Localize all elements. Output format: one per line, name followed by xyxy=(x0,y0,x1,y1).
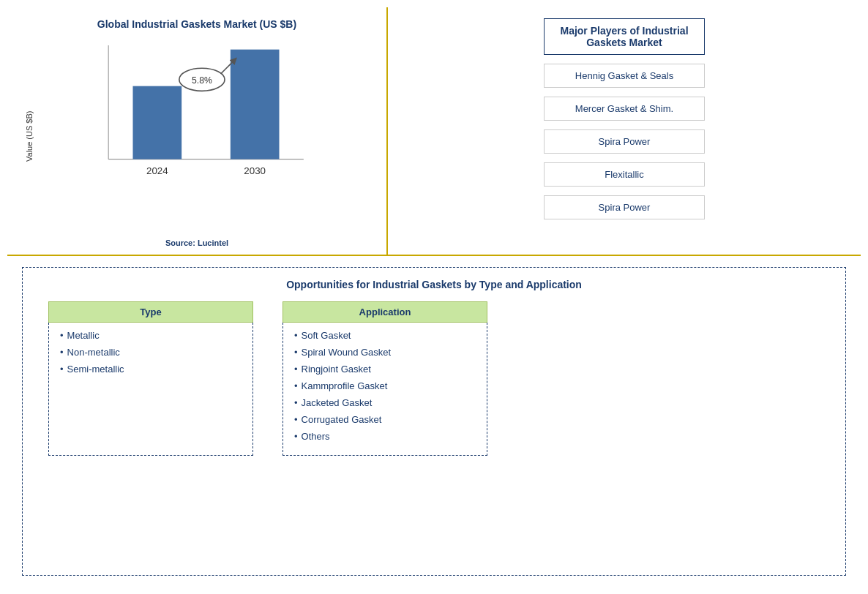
bar-2024 xyxy=(133,86,182,159)
app-item-6: • Others xyxy=(294,431,476,442)
opportunities-container: Opportunities for Industrial Gaskets by … xyxy=(22,267,846,576)
application-column-body: • Soft Gasket • Spiral Wound Gasket • Ri… xyxy=(283,323,487,456)
bullet: • xyxy=(294,431,298,442)
bullet: • xyxy=(294,347,298,358)
chart-area: Global Industrial Gaskets Market (US $B)… xyxy=(7,7,388,255)
opportunities-content: Type • Metallic • Non-metallic • Semi-me xyxy=(34,301,834,456)
bullet: • xyxy=(294,397,298,408)
app-item-2: • Ringjoint Gasket xyxy=(294,364,476,375)
svg-text:5.8%: 5.8% xyxy=(192,75,212,86)
bottom-section: Opportunities for Industrial Gaskets by … xyxy=(7,256,861,587)
chart-wrapper: Value (US $B) 2024 2030 xyxy=(22,37,372,235)
application-column: Application • Soft Gasket • Spiral Wound… xyxy=(283,301,487,456)
y-axis-label: Value (US $B) xyxy=(22,37,37,235)
svg-text:2024: 2024 xyxy=(146,165,168,176)
player-box-1: Mercer Gasket & Shim. xyxy=(544,97,705,121)
svg-text:2030: 2030 xyxy=(244,165,266,176)
type-column-body: • Metallic • Non-metallic • Semi-metalli… xyxy=(48,323,253,456)
bullet: • xyxy=(294,380,298,391)
application-column-header: Application xyxy=(283,301,487,323)
major-players-title: Major Players of Industrial Gaskets Mark… xyxy=(544,18,705,55)
bullet: • xyxy=(60,347,64,358)
chart-inner: 2024 2030 5.8% xyxy=(40,37,372,235)
app-item-4: • Jacketed Gasket xyxy=(294,397,476,408)
source-text: Source: Lucintel xyxy=(22,238,372,247)
chart-title: Global Industrial Gaskets Market (US $B) xyxy=(22,18,372,30)
bullet: • xyxy=(294,414,298,425)
app-item-1: • Spiral Wound Gasket xyxy=(294,347,476,358)
type-item-0: • Metallic xyxy=(60,330,242,341)
chart-svg: 2024 2030 5.8% xyxy=(40,37,372,184)
app-item-0: • Soft Gasket xyxy=(294,330,476,341)
bullet: • xyxy=(60,330,64,341)
type-column: Type • Metallic • Non-metallic • Semi-me xyxy=(48,301,253,456)
main-container: Global Industrial Gaskets Market (US $B)… xyxy=(0,0,868,594)
opportunities-title: Opportunities for Industrial Gaskets by … xyxy=(34,279,834,290)
type-item-2: • Semi-metallic xyxy=(60,364,242,375)
bullet: • xyxy=(294,364,298,375)
bullet: • xyxy=(294,330,298,341)
player-box-0: Hennig Gasket & Seals xyxy=(544,64,705,88)
top-section: Global Industrial Gaskets Market (US $B)… xyxy=(7,7,861,256)
type-item-1: • Non-metallic xyxy=(60,347,242,358)
player-box-3: Flexitallic xyxy=(544,162,705,187)
type-column-header: Type xyxy=(48,301,253,323)
app-item-5: • Corrugated Gasket xyxy=(294,414,476,425)
major-players-area: Major Players of Industrial Gaskets Mark… xyxy=(388,7,861,255)
player-box-4: Spira Power xyxy=(544,195,705,219)
bar-2030 xyxy=(231,50,280,159)
app-item-3: • Kammprofile Gasket xyxy=(294,380,476,391)
player-box-2: Spira Power xyxy=(544,129,705,154)
bullet: • xyxy=(60,364,64,375)
